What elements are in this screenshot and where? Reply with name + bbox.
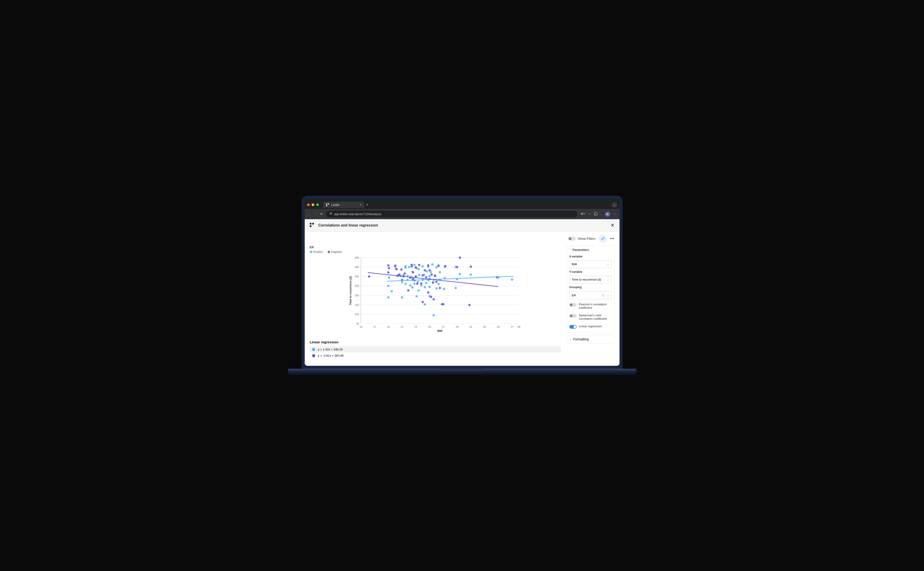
laptop-base [288, 369, 636, 375]
svg-point-110 [387, 264, 389, 267]
regression-row-positive: y = 1.42x + 248.29 [310, 346, 561, 352]
browser-window: Ledidi × + ⌄ ← → ⟳ app.ledidi.no/project… [305, 199, 620, 366]
laptop-screen-bezel: Ledidi × + ⌄ ← → ⟳ app.ledidi.no/project… [302, 196, 623, 369]
svg-point-55 [404, 267, 407, 269]
svg-point-91 [433, 314, 435, 316]
svg-text:19: 19 [387, 326, 389, 328]
browser-menu-icon[interactable]: ⋮ [613, 212, 616, 216]
svg-text:250: 250 [355, 284, 359, 287]
legend-group-title: ER [310, 245, 561, 249]
svg-point-98 [439, 271, 441, 273]
toggle-switch[interactable] [569, 314, 577, 318]
svg-point-105 [459, 273, 461, 275]
svg-point-104 [454, 287, 457, 289]
svg-point-81 [426, 270, 428, 273]
grouping-select[interactable]: ER ⓧ ⌄ [569, 291, 612, 299]
legend-item-positive: Positive [310, 250, 323, 253]
pearson-option[interactable]: Pearson's correlation coefficient [569, 302, 612, 310]
svg-point-45 [388, 276, 390, 279]
spearman-option[interactable]: Spearman's rank correlation coefficient [569, 313, 612, 321]
svg-point-148 [439, 287, 441, 289]
chevron-down-icon: ⌄ [569, 338, 572, 341]
more-menu-icon[interactable]: ••• [610, 236, 615, 241]
svg-point-120 [404, 272, 406, 275]
browser-url-bar: ← → ⟳ app.ledidi.no/projects/7134/analys… [305, 209, 620, 219]
svg-point-46 [391, 290, 393, 292]
toolbar: Show Filters ••• [305, 232, 620, 245]
tab-close-icon[interactable]: × [360, 203, 361, 207]
tabs-dropdown-icon[interactable]: ⌄ [612, 202, 617, 207]
svg-point-125 [412, 271, 414, 273]
select-value: Time to recurrence (d) [572, 278, 601, 281]
profile-avatar[interactable]: A [605, 211, 610, 217]
svg-point-106 [470, 273, 472, 276]
svg-text:38: 38 [517, 326, 520, 328]
svg-point-143 [432, 281, 434, 284]
svg-point-114 [396, 268, 398, 270]
new-tab-button[interactable]: + [366, 202, 369, 207]
svg-line-158 [368, 273, 498, 287]
svg-text:350: 350 [355, 266, 359, 269]
clear-icon[interactable]: ⓧ [602, 293, 605, 297]
regression-swatch [312, 348, 315, 351]
y-variable-select[interactable]: Time to recurrence (d) ⌄ [569, 276, 612, 283]
vpn-icon[interactable] [581, 212, 585, 216]
toggle-switch[interactable] [569, 325, 577, 329]
svg-point-113 [394, 265, 396, 267]
nav-reload-icon[interactable]: ⟳ [320, 212, 323, 216]
parameters-header[interactable]: ˄ Parameters [567, 246, 614, 254]
svg-point-112 [388, 267, 390, 269]
nav-forward-icon[interactable]: → [314, 212, 317, 216]
svg-point-117 [400, 269, 403, 271]
legend-label: Positive [314, 250, 323, 253]
svg-text:15: 15 [359, 326, 362, 328]
svg-point-59 [408, 266, 410, 268]
side-panel: ˄ Parameters X-variable BMI ⌄ Y-variable [566, 245, 615, 344]
svg-line-157 [387, 276, 513, 281]
url-input[interactable]: app.ledidi.no/projects/7134/analysis [326, 211, 578, 218]
formatting-header[interactable]: ⌄ Formatting [567, 335, 614, 343]
parameters-card: ˄ Parameters X-variable BMI ⌄ Y-variable [566, 245, 615, 333]
svg-point-131 [418, 264, 420, 266]
window-maximize-dot[interactable] [316, 204, 319, 206]
regression-row-negative: y = -3.91x + 383.46 [310, 352, 561, 359]
option-label: Linear regression [579, 324, 602, 328]
svg-point-138 [427, 291, 430, 294]
svg-point-133 [422, 301, 424, 303]
app-logo[interactable] [310, 223, 314, 228]
bookmark-star-icon[interactable]: ☆ [588, 212, 591, 216]
svg-text:150: 150 [355, 304, 359, 306]
x-variable-select[interactable]: BMI ⌄ [569, 261, 612, 268]
show-filters-toggle[interactable]: Show Filters [568, 237, 595, 241]
app-close-icon[interactable]: ✕ [610, 222, 615, 228]
svg-rect-2 [326, 205, 327, 206]
toggle-switch[interactable] [569, 303, 577, 307]
site-settings-icon[interactable] [329, 212, 332, 216]
tab-title: Ledidi [331, 203, 339, 207]
extensions-icon[interactable] [594, 212, 598, 216]
svg-point-64 [411, 286, 414, 289]
svg-text:400: 400 [355, 256, 359, 259]
browser-tab[interactable]: Ledidi × [323, 202, 364, 208]
svg-point-99 [443, 288, 445, 290]
option-label: Pearson's correlation coefficient [579, 302, 612, 309]
svg-text:31: 31 [469, 326, 472, 328]
chevron-up-icon: ˄ [569, 248, 571, 252]
svg-point-145 [434, 275, 436, 277]
linear-regression-option[interactable]: Linear regression [569, 324, 612, 330]
window-close-dot[interactable] [307, 204, 310, 206]
window-minimize-dot[interactable] [312, 204, 314, 206]
svg-point-139 [428, 269, 431, 272]
svg-point-94 [435, 287, 437, 290]
chart-svg: 5010015020025030035040015171921232527293… [310, 255, 561, 333]
toggle-switch[interactable] [568, 237, 576, 241]
divider: | [601, 212, 602, 216]
nav-back-icon[interactable]: ← [308, 212, 311, 216]
svg-text:21: 21 [400, 326, 403, 328]
svg-point-72 [417, 289, 420, 292]
svg-point-51 [401, 296, 403, 299]
edit-button[interactable] [599, 235, 607, 243]
chart-legend: Positive Negative [310, 250, 561, 253]
tab-favicon [326, 203, 329, 207]
svg-point-56 [404, 282, 407, 285]
